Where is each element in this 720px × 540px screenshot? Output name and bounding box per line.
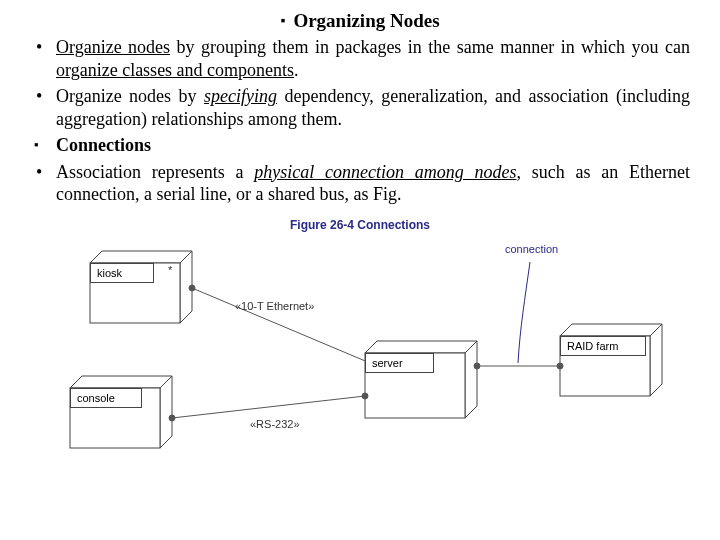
svg-point-19 [474,363,480,369]
bullet-list: Organize nodes by grouping them in packa… [30,36,690,206]
svg-marker-0 [90,251,192,263]
bullet-item: Organize nodes by grouping them in packa… [30,36,690,81]
node-server-label: server [365,353,434,373]
svg-line-15 [172,396,365,418]
svg-point-20 [557,363,563,369]
connection-callout: connection [505,243,558,255]
svg-marker-10 [650,324,662,396]
slide-title: Organizing Nodes [30,10,690,32]
svg-marker-9 [560,324,662,336]
svg-marker-7 [465,341,477,418]
figure-svg [30,218,690,498]
edge-ethernet-label: «10-T Ethernet» [235,300,314,312]
svg-point-13 [189,285,195,291]
figure: Figure 26-4 Connections [30,218,690,498]
svg-marker-4 [160,376,172,448]
node-console-label: console [70,388,142,408]
node-raid-label: RAID farm [560,336,646,356]
bullet-item: Connections [30,134,690,157]
multiplicity-star: * [168,264,172,276]
bullet-item: Association represents a physical connec… [30,161,690,206]
edge-rs232-label: «RS-232» [250,418,300,430]
svg-marker-6 [365,341,477,353]
svg-marker-3 [70,376,172,388]
svg-point-16 [169,415,175,421]
bullet-item: Organize nodes by specifying dependency,… [30,85,690,130]
node-kiosk-label: kiosk [90,263,154,283]
svg-point-17 [362,393,368,399]
